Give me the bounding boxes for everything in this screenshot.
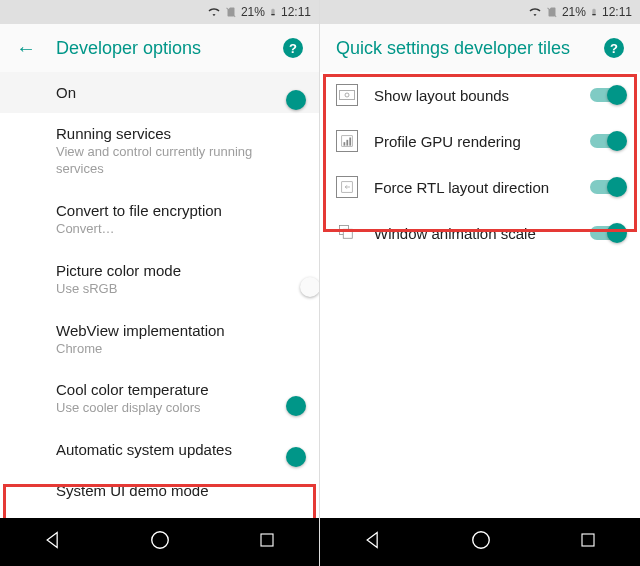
page-title: Quick settings developer tiles bbox=[336, 38, 584, 59]
setting-picture-color[interactable]: Picture color mode Use sRGB bbox=[0, 250, 319, 310]
wifi-icon bbox=[207, 6, 221, 18]
setting-label: Picture color mode bbox=[56, 262, 303, 279]
svg-rect-6 bbox=[346, 140, 348, 146]
master-toggle-row[interactable]: On bbox=[0, 72, 319, 113]
setting-label: Convert to file encryption bbox=[56, 202, 303, 219]
tile-gpu-rendering[interactable]: Profile GPU rendering bbox=[320, 118, 640, 164]
tile-rtl[interactable]: Force RTL layout direction bbox=[320, 164, 640, 210]
app-bar: ← Developer options ? bbox=[0, 24, 319, 72]
nav-home-icon[interactable] bbox=[149, 529, 171, 555]
clock-text: 12:11 bbox=[281, 5, 311, 19]
svg-point-11 bbox=[473, 532, 490, 549]
setting-webview[interactable]: WebView implementation Chrome bbox=[0, 310, 319, 370]
nav-recents-icon[interactable] bbox=[579, 531, 597, 553]
help-icon[interactable]: ? bbox=[283, 38, 303, 58]
setting-sub: Use sRGB bbox=[56, 281, 303, 298]
developer-options-screen: 21% 12:11 ← Developer options ? On Runni… bbox=[0, 0, 320, 566]
status-bar: 21% 12:11 bbox=[0, 0, 319, 24]
help-icon[interactable]: ? bbox=[604, 38, 624, 58]
tile-label: Force RTL layout direction bbox=[374, 179, 574, 196]
no-sim-icon bbox=[225, 5, 237, 19]
setting-auto-updates[interactable]: Automatic system updates bbox=[0, 429, 319, 470]
battery-icon bbox=[590, 5, 598, 19]
battery-text: 21% bbox=[562, 5, 586, 19]
tile-toggle[interactable] bbox=[590, 134, 624, 148]
nav-home-icon[interactable] bbox=[470, 529, 492, 555]
qs-dev-tiles-screen: 21% 12:11 Quick settings developer tiles… bbox=[320, 0, 640, 566]
setting-demo-mode[interactable]: System UI demo mode bbox=[0, 470, 319, 511]
svg-rect-12 bbox=[582, 534, 594, 546]
battery-text: 21% bbox=[241, 5, 265, 19]
setting-sub: Convert… bbox=[56, 221, 303, 238]
tile-layout-bounds[interactable]: Show layout bounds bbox=[320, 72, 640, 118]
tiles-list: Show layout bounds Profile GPU rendering… bbox=[320, 72, 640, 518]
setting-sub: Chrome bbox=[56, 341, 303, 358]
rtl-icon bbox=[336, 176, 358, 198]
svg-rect-2 bbox=[340, 90, 355, 99]
tile-toggle[interactable] bbox=[590, 180, 624, 194]
setting-qs-dev-tiles[interactable]: Quick settings developer tiles bbox=[0, 511, 319, 518]
nav-recents-icon[interactable] bbox=[258, 531, 276, 553]
page-title: Developer options bbox=[56, 38, 263, 59]
svg-rect-5 bbox=[344, 142, 346, 146]
master-toggle-label: On bbox=[56, 84, 76, 101]
status-bar: 21% 12:11 bbox=[320, 0, 640, 24]
window-anim-icon bbox=[336, 222, 358, 244]
setting-label: WebView implementation bbox=[56, 322, 303, 339]
no-sim-icon bbox=[546, 5, 558, 19]
layout-bounds-icon bbox=[336, 84, 358, 106]
tile-label: Show layout bounds bbox=[374, 87, 574, 104]
setting-sub: View and control currently running servi… bbox=[56, 144, 303, 178]
setting-label: System UI demo mode bbox=[56, 482, 303, 499]
tile-label: Profile GPU rendering bbox=[374, 133, 574, 150]
nav-back-icon[interactable] bbox=[363, 530, 383, 554]
setting-running-services[interactable]: Running services View and control curren… bbox=[0, 113, 319, 190]
nav-bar bbox=[0, 518, 319, 566]
setting-label: Running services bbox=[56, 125, 303, 142]
nav-bar bbox=[320, 518, 640, 566]
app-bar: Quick settings developer tiles ? bbox=[320, 24, 640, 72]
clock-text: 12:11 bbox=[602, 5, 632, 19]
setting-cool-color[interactable]: Cool color temperature Use cooler displa… bbox=[0, 369, 319, 429]
tile-toggle[interactable] bbox=[590, 88, 624, 102]
wifi-icon bbox=[528, 6, 542, 18]
setting-label: Cool color temperature bbox=[56, 381, 303, 398]
nav-back-icon[interactable] bbox=[43, 530, 63, 554]
svg-rect-1 bbox=[261, 534, 273, 546]
setting-label: Automatic system updates bbox=[56, 441, 303, 458]
svg-point-3 bbox=[345, 93, 349, 97]
setting-sub: Use cooler display colors bbox=[56, 400, 303, 417]
back-icon[interactable]: ← bbox=[16, 37, 36, 60]
tile-label: Window animation scale bbox=[374, 225, 574, 242]
setting-convert-encryption[interactable]: Convert to file encryption Convert… bbox=[0, 190, 319, 250]
gpu-rendering-icon bbox=[336, 130, 358, 152]
svg-rect-7 bbox=[349, 138, 351, 146]
tile-toggle[interactable] bbox=[590, 226, 624, 240]
battery-icon bbox=[269, 5, 277, 19]
settings-list[interactable]: On Running services View and control cur… bbox=[0, 72, 319, 518]
svg-rect-10 bbox=[343, 229, 352, 238]
tile-window-anim[interactable]: Window animation scale bbox=[320, 210, 640, 256]
svg-point-0 bbox=[152, 532, 169, 549]
